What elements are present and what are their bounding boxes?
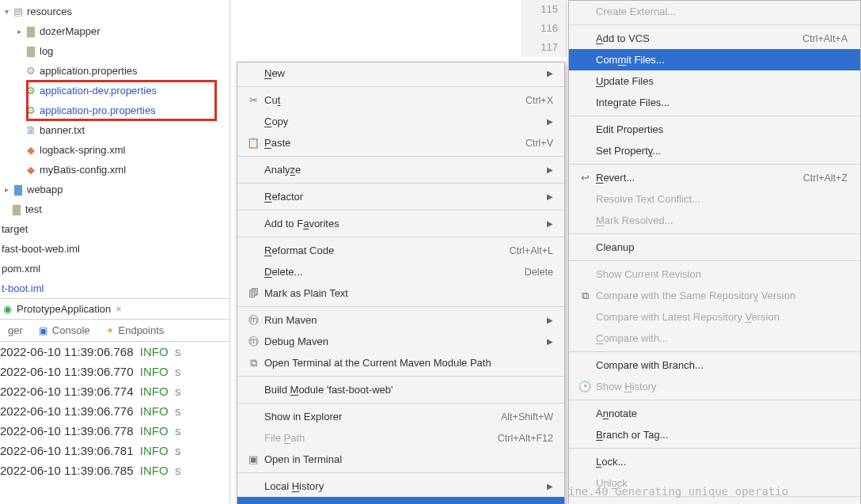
menu-label: Show Current Revision — [593, 268, 848, 280]
tree-item-dozermapper[interactable]: ▇dozerMapper — [0, 21, 229, 41]
folder-icon: ▇ — [24, 45, 38, 57]
tree-label: webapp — [25, 184, 63, 195]
console-output: 2022-06-10 11:39:06.768 INFO s2022-06-10… — [0, 341, 229, 504]
menu-label: Cleanup — [593, 241, 848, 253]
tab-label: ger — [8, 324, 23, 336]
menu-build-module[interactable]: Build Module 'fast-boot-web' — [237, 379, 564, 400]
submenu-compare-latest: Compare with Latest Repository Version — [569, 306, 860, 328]
close-icon[interactable]: × — [116, 303, 122, 315]
xml-icon: ◆ — [24, 144, 38, 156]
tree-item-test[interactable]: ▇test — [0, 199, 229, 219]
menu-label: Open in Terminal — [261, 453, 553, 465]
tree-label: application-dev.properties — [38, 85, 157, 97]
line-number: 116 — [521, 19, 558, 38]
tree-item-logback[interactable]: ◆logback-spring.xml — [0, 140, 229, 160]
menu-new[interactable]: New▶ — [237, 63, 564, 84]
tab-endpoints[interactable]: ✶Endpoints — [98, 320, 173, 341]
tab-console[interactable]: ▣Console — [31, 320, 98, 341]
tree-item-fbw-iml[interactable]: fast-boot-web.iml — [0, 239, 229, 259]
run-icon: ◉ — [3, 303, 12, 315]
separator — [237, 156, 564, 157]
submenu-update-files[interactable]: Update Files — [569, 70, 860, 92]
shortcut: Alt+Shift+W — [501, 411, 553, 423]
cut-icon: ✂ — [245, 94, 261, 106]
tab-debugger[interactable]: ger — [0, 320, 31, 341]
menu-subversion[interactable]: Subversion▶ — [237, 497, 564, 504]
tree-item-mybatis[interactable]: ◆myBatis-config.xml — [0, 160, 229, 180]
tree-item-log[interactable]: ▇log — [0, 41, 229, 61]
shortcut: Ctrl+Alt+L — [509, 245, 553, 256]
menu-cut[interactable]: ✂CutCtrl+X — [237, 89, 564, 111]
chevron-right-icon: ▶ — [547, 482, 553, 491]
separator — [569, 116, 860, 116]
chevron-right-icon: ▶ — [547, 117, 553, 126]
submenu-add-vcs[interactable]: Add to VCSCtrl+Alt+A — [569, 28, 860, 49]
menu-label: Open Terminal at the Current Maven Modul… — [261, 357, 553, 369]
tree-item-target[interactable]: target — [0, 219, 229, 239]
submenu-branch-or-tag[interactable]: Branch or Tag... — [569, 424, 860, 445]
chevron-right-icon: ▶ — [547, 316, 553, 324]
tree-item-tboot-iml[interactable]: t-boot.iml — [0, 279, 229, 298]
menu-show-explorer[interactable]: Show in ExplorerAlt+Shift+W — [237, 406, 564, 427]
separator — [569, 351, 860, 352]
tree-label: logback-spring.xml — [38, 144, 125, 156]
submenu-set-property[interactable]: Set Property... — [569, 140, 860, 161]
history-icon: 🕑 — [577, 381, 593, 392]
tree-label: t-boot.iml — [0, 282, 44, 294]
submenu-show-revision: Show Current Revision — [569, 263, 860, 285]
menu-paste[interactable]: 📋PasteCtrl+V — [237, 132, 564, 153]
separator — [237, 86, 564, 87]
tree-item-webapp[interactable]: ▇webapp — [0, 180, 229, 199]
menu-local-history[interactable]: Local History▶ — [237, 476, 564, 497]
run-tab-label[interactable]: PrototypeApplication — [17, 303, 111, 315]
tree-label: application-pro.properties — [38, 104, 156, 116]
tree-item-application-dev[interactable]: ⚙application-dev.properties — [0, 81, 229, 100]
tree-label: pom.xml — [0, 263, 40, 275]
menu-reformat[interactable]: Reformat CodeCtrl+Alt+L — [237, 240, 564, 261]
tree-item-application-pro[interactable]: ⚙application-pro.properties — [0, 100, 229, 120]
submenu-revert[interactable]: ↩Revert...Ctrl+Alt+Z — [569, 167, 860, 188]
tree-item-resources[interactable]: ▤resources — [0, 2, 229, 21]
menu-refactor[interactable]: Refactor▶ — [237, 186, 564, 207]
submenu-edit-properties[interactable]: Edit Properties — [569, 119, 860, 140]
menu-open-terminal[interactable]: ▣Open in Terminal — [237, 449, 564, 470]
submenu-annotate[interactable]: Annotate — [569, 403, 860, 424]
revert-icon: ↩ — [577, 172, 593, 184]
xml-icon: ◆ — [24, 164, 38, 176]
submenu-relocate[interactable]: Relocate... — [569, 499, 860, 504]
tree-item-banner[interactable]: 🗎banner.txt — [0, 120, 229, 140]
endpoints-icon: ✶ — [106, 325, 114, 336]
menu-copy[interactable]: Copy▶ — [237, 111, 564, 132]
separator — [569, 260, 860, 261]
menu-mark-plain[interactable]: 🗐Mark as Plain Text — [237, 282, 564, 304]
menu-delete[interactable]: Delete...Delete — [237, 261, 564, 282]
menu-open-terminal-maven[interactable]: ⧉Open Terminal at the Current Maven Modu… — [237, 352, 564, 373]
tree-label: fast-boot-web.iml — [0, 243, 80, 255]
file-icon: 🗎 — [24, 124, 38, 136]
menu-label: Show in Explorer — [261, 411, 501, 423]
tree-item-application-properties[interactable]: ⚙application.properties — [0, 61, 229, 81]
submenu-compare-branch[interactable]: Compare with Branch... — [569, 354, 860, 376]
console-icon: ▣ — [39, 325, 47, 336]
run-tab-bar: ◉ PrototypeApplication × — [0, 298, 229, 319]
menu-analyze[interactable]: Analyze▶ — [237, 159, 564, 180]
separator — [237, 306, 564, 307]
menu-favorites[interactable]: Add to Favorites▶ — [237, 213, 564, 234]
submenu-compare-same: ⧉Compare with the Same Repository Versio… — [569, 285, 860, 306]
submenu-cleanup[interactable]: Cleanup — [569, 237, 860, 258]
submenu-lock[interactable]: Lock... — [569, 451, 860, 472]
menu-run-maven[interactable]: ⓜRun Maven▶ — [237, 309, 564, 331]
submenu-create-external: Create External... — [569, 1, 860, 22]
tree-label: target — [0, 223, 28, 235]
chevron-right-icon: ▶ — [547, 165, 553, 174]
line-number: 117 — [521, 38, 558, 57]
menu-debug-maven[interactable]: ⓜDebug Maven▶ — [237, 331, 564, 352]
maven-icon: ⓜ — [245, 335, 261, 349]
menu-label: Edit Properties — [593, 123, 848, 135]
separator — [237, 403, 564, 404]
separator — [237, 376, 564, 377]
submenu-integrate-files[interactable]: Integrate Files... — [569, 92, 860, 113]
folder-icon: ▇ — [9, 203, 24, 215]
tree-item-pom[interactable]: pom.xml — [0, 259, 229, 279]
submenu-commit-files[interactable]: Commit Files... — [569, 49, 860, 70]
